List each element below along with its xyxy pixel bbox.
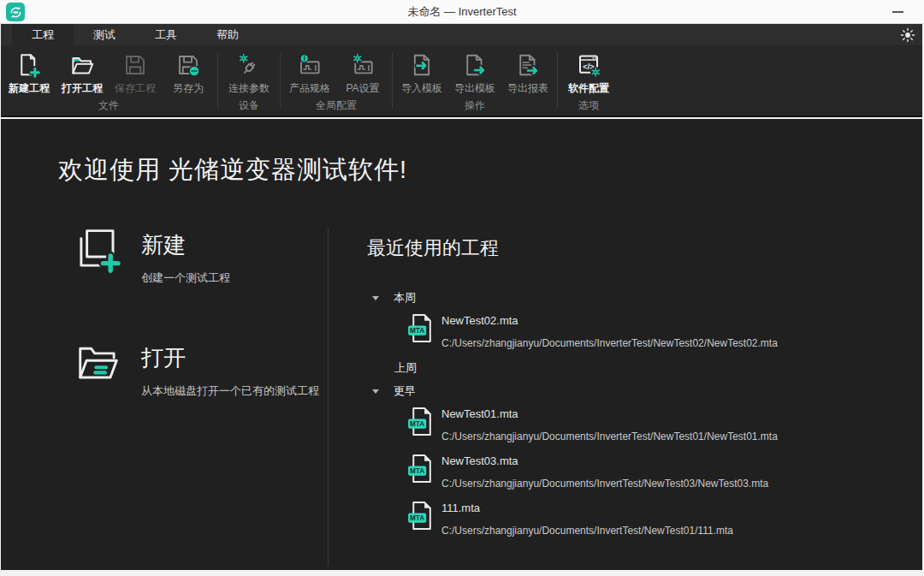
recent-projects-panel: 最近使用的工程 本周 MTA NewTest02.mta [367, 235, 915, 548]
recent-file-name: 111.mta [441, 502, 733, 514]
open-action-icon [74, 338, 121, 386]
ribbon-group-operations: 导入模板 导出模板 [395, 45, 554, 116]
mta-file-icon: MTA [407, 313, 434, 343]
pa-settings-button[interactable]: PA设置 [336, 48, 389, 96]
mta-file-icon: MTA [407, 454, 434, 484]
tab-test[interactable]: 测试 [74, 24, 135, 45]
new-project-card[interactable]: 新建 创建一个测试工程 [74, 225, 230, 286]
tab-project[interactable]: 工程 [12, 24, 74, 45]
mta-file-icon: MTA [407, 501, 434, 531]
new-project-icon [16, 52, 42, 78]
export-report-icon [515, 52, 541, 78]
svg-text:MTA: MTA [410, 420, 424, 428]
theme-toggle-button[interactable] [893, 24, 922, 45]
titlebar: 未命名 — InverterTest [0, 0, 924, 24]
ribbon-tabbar: 工程 测试 工具 帮助 [1, 24, 922, 45]
ribbon-separator [280, 53, 281, 109]
content-divider [328, 229, 329, 566]
window-title: 未命名 — InverterTest [0, 4, 924, 20]
recent-file-newtest02[interactable]: MTA NewTest02.mta C:/Users/zhangjianyu/D… [407, 313, 915, 349]
recent-file-name: NewTest02.mta [441, 314, 778, 327]
new-card-title: 新建 [141, 230, 230, 260]
save-project-icon [122, 52, 148, 78]
svg-text:MTA: MTA [410, 467, 424, 475]
open-project-card[interactable]: 打开 从本地磁盘打开一个已有的测试工程 [74, 338, 319, 399]
recent-projects-heading: 最近使用的工程 [367, 235, 915, 261]
recent-file-111[interactable]: MTA 111.mta C:/Users/zhangjianyu/Documen… [407, 501, 915, 537]
recent-file-path: C:/Users/zhangjianyu/Documents/InverterT… [441, 337, 778, 349]
tab-tools[interactable]: 工具 [135, 24, 197, 45]
export-report-button[interactable]: 导出报表 [501, 48, 554, 96]
export-template-icon [462, 52, 488, 78]
ribbon-group-options: </> 软件配置 选项 [560, 45, 617, 116]
recent-file-newtest03[interactable]: MTA NewTest03.mta C:/Users/zhangjianyu/D… [407, 454, 915, 490]
recent-file-newtest01[interactable]: MTA NewTest01.mta C:/Users/zhangjianyu/D… [407, 407, 915, 442]
save-as-button[interactable]: 另存为 [162, 48, 215, 96]
product-spec-icon [297, 52, 323, 78]
ribbon-group-label-device: 设备 [239, 96, 259, 117]
ribbon: 新建工程 打开工程 保存工程 [1, 45, 922, 117]
ribbon-group-label-global-config: 全局配置 [316, 96, 357, 117]
new-action-icon [74, 225, 121, 273]
ribbon-separator [392, 53, 393, 109]
export-template-button[interactable]: 导出模板 [448, 48, 501, 96]
recent-file-path: C:/Users/zhangjianyu/Documents/InverterT… [441, 431, 778, 442]
svg-text:MTA: MTA [410, 514, 424, 522]
product-spec-button[interactable]: 产品规格 [283, 48, 336, 96]
pa-settings-icon [350, 52, 376, 78]
new-project-button[interactable]: 新建工程 [3, 48, 56, 96]
recent-projects-tree: 本周 MTA NewTest02.mta C:/Users/zhangjiany… [367, 290, 915, 537]
recent-file-path: C:/Users/zhangjianyu/Documents/InvertTes… [441, 478, 768, 490]
ribbon-group-device: 连接参数 设备 [221, 45, 277, 116]
connection-params-icon [236, 52, 262, 78]
software-config-icon: </> [576, 52, 601, 78]
recent-file-name: NewTest03.mta [441, 454, 768, 467]
ribbon-group-file: 新建工程 打开工程 保存工程 [3, 45, 215, 116]
recent-group-earlier[interactable]: 更早 [367, 383, 915, 399]
import-template-button[interactable]: 导入模板 [395, 48, 448, 96]
open-card-title: 打开 [141, 343, 319, 373]
collapse-arrow-icon[interactable] [372, 296, 379, 300]
ribbon-group-label-file: 文件 [98, 96, 119, 117]
sun-icon [900, 27, 915, 43]
main-content: 欢迎使用 光储逆变器测试软件! 新建 创建一个测试工程 打开 [1, 119, 922, 570]
open-project-icon [69, 52, 95, 78]
welcome-heading: 欢迎使用 光储逆变器测试软件! [58, 153, 407, 187]
svg-text:MTA: MTA [410, 327, 424, 335]
mta-file-icon: MTA [407, 407, 434, 436]
ribbon-separator [217, 53, 218, 109]
minimize-icon [892, 11, 903, 13]
new-card-subtitle: 创建一个测试工程 [141, 270, 230, 286]
recent-group-last-week[interactable]: 上周 [367, 360, 915, 376]
tab-help[interactable]: 帮助 [197, 24, 258, 45]
open-project-button[interactable]: 打开工程 [56, 48, 109, 96]
collapse-arrow-icon[interactable] [372, 389, 379, 394]
ribbon-separator [557, 53, 558, 109]
ribbon-group-label-operations: 操作 [465, 96, 485, 117]
ribbon-group-label-options: 选项 [578, 96, 599, 117]
recent-file-path: C:/Users/zhangjianyu/Documents/InvertTes… [441, 525, 733, 537]
software-config-button[interactable]: </> 软件配置 [560, 48, 617, 96]
connection-params-button[interactable]: 连接参数 [221, 48, 277, 96]
app-window: 未命名 — InverterTest 工程 测试 工具 帮助 [0, 0, 924, 576]
recent-file-name: NewTest01.mta [441, 407, 778, 420]
open-card-subtitle: 从本地磁盘打开一个已有的测试工程 [141, 383, 319, 399]
recent-group-this-week[interactable]: 本周 [367, 290, 915, 306]
save-project-button[interactable]: 保存工程 [109, 48, 162, 96]
minimize-button[interactable] [885, 0, 910, 24]
ribbon-group-global-config: 产品规格 PA设置 全局配置 [283, 45, 389, 116]
save-as-icon [175, 52, 201, 78]
import-template-icon [409, 52, 435, 78]
